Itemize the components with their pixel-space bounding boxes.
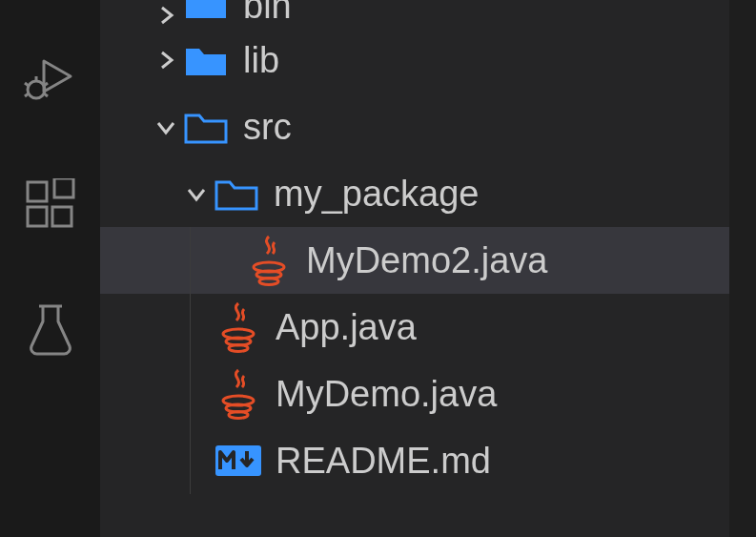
svg-line-3 bbox=[25, 83, 29, 86]
tree-item-mydemo2[interactable]: MyDemo2.java bbox=[100, 227, 729, 294]
svg-point-16 bbox=[229, 345, 248, 352]
extensions-icon[interactable] bbox=[22, 176, 79, 234]
tree-item-label: App.java bbox=[276, 307, 417, 348]
tree-item-app[interactable]: App.java bbox=[100, 294, 729, 361]
chevron-right-icon bbox=[150, 49, 182, 72]
java-file-icon bbox=[215, 370, 262, 418]
tree-item-lib[interactable]: lib bbox=[100, 27, 729, 93]
activity-bar bbox=[0, 0, 100, 537]
file-explorer: bin lib src my_package bbox=[100, 0, 729, 537]
tree-item-label: my_package bbox=[274, 174, 479, 215]
tree-item-mydemo[interactable]: MyDemo.java bbox=[100, 361, 729, 427]
tree-item-src[interactable]: src bbox=[100, 93, 729, 160]
indent-guide bbox=[190, 227, 191, 294]
editor-peek bbox=[729, 0, 756, 537]
chevron-right-icon bbox=[150, 4, 182, 27]
tree-item-label: README.md bbox=[276, 441, 491, 482]
run-debug-icon[interactable] bbox=[22, 52, 79, 110]
tree-item-label: bin bbox=[243, 0, 292, 27]
tree-item-readme[interactable]: README.md bbox=[100, 427, 729, 494]
markdown-file-icon bbox=[215, 437, 262, 485]
svg-line-4 bbox=[25, 93, 29, 96]
folder-icon bbox=[182, 36, 230, 84]
indent-guide bbox=[190, 361, 191, 427]
indent-guide bbox=[190, 294, 191, 361]
svg-rect-20 bbox=[215, 445, 261, 476]
tree-item-label: src bbox=[243, 107, 292, 148]
chevron-down-icon bbox=[180, 182, 213, 205]
tree-item-label: lib bbox=[243, 40, 279, 81]
svg-rect-7 bbox=[28, 182, 47, 201]
java-file-icon bbox=[215, 303, 262, 351]
folder-icon bbox=[182, 0, 230, 27]
folder-open-icon bbox=[182, 103, 230, 151]
svg-point-1 bbox=[28, 81, 45, 98]
java-file-icon bbox=[245, 237, 293, 284]
chevron-down-icon bbox=[150, 115, 182, 138]
svg-rect-8 bbox=[28, 207, 47, 226]
tree-item-my-package[interactable]: my_package bbox=[100, 160, 729, 227]
svg-rect-10 bbox=[54, 178, 73, 197]
tree-item-label: MyDemo2.java bbox=[306, 240, 547, 281]
svg-point-13 bbox=[259, 279, 278, 285]
svg-point-19 bbox=[229, 412, 248, 419]
tree-item-bin[interactable]: bin bbox=[100, 0, 729, 27]
svg-line-6 bbox=[44, 93, 48, 96]
testing-icon[interactable] bbox=[22, 300, 79, 358]
svg-marker-0 bbox=[44, 61, 71, 92]
svg-rect-9 bbox=[52, 207, 72, 226]
folder-open-icon bbox=[213, 170, 260, 217]
tree-item-label: MyDemo.java bbox=[276, 374, 497, 415]
indent-guide bbox=[190, 427, 191, 494]
